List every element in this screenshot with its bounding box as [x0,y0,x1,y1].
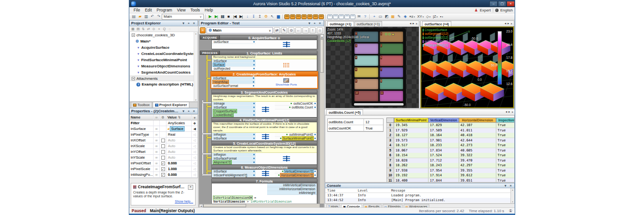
tree-item[interactable]: FindSurfaceMinimalPoint 1 [130,57,197,63]
pe-expand-icon[interactable]: ▦ [130,27,135,32]
pointer-icon[interactable]: ↖ [269,14,275,20]
block-header[interactable]: 4. FindSurfaceMinimalPoint[12] [212,118,317,122]
tree-item[interactable]: AcquireSurface 1 [130,44,197,51]
property-row[interactable]: inPixelOffset ∞ 0.000 ◁ [130,161,197,166]
port-row[interactable]: outSurfaceFormat [211,84,255,88]
overlay-toggle-icons[interactable] [385,33,395,35]
tree-item[interactable]: SegmentAndCountCookies 1 [130,69,197,75]
port-connect-icon[interactable]: ◆ [192,120,197,126]
output-row[interactable]: outMinimalPoint[] [275,133,317,137]
import-icon[interactable]: ↧ [250,14,256,20]
minimize-button[interactable]: – [489,1,498,7]
checkbox[interactable] [161,144,165,148]
block-header[interactable]: 6. MeasureObjectDimensions [212,165,317,170]
block-formula[interactable]: 7. Formula inMinVerticalDimensioninMinHo… [211,179,317,204]
preview-tab[interactable]: outSurface (+4) [422,21,451,26]
port-row[interactable]: outRejected [212,67,256,71]
point-button[interactable]: •▾ [439,14,444,20]
table-row[interactable]: 7 18.028 17.712 39.470 True [386,158,515,163]
tools-icon[interactable]: ⚙ [263,14,269,20]
table-row[interactable]: 3 19.573 17.901 42.644 True [386,138,515,143]
iterate-icon[interactable]: ▶| [213,14,219,20]
table-row[interactable]: 2 18.127 18.164 40.418 True [386,133,515,138]
tab-prev-icon[interactable]: ◂ [506,110,507,114]
port-connect-icon[interactable]: ◁ [192,138,197,143]
picker-icon[interactable]: ✎ [396,14,402,20]
block-header[interactable]: 3. SegmentAndCountCookies [212,90,317,95]
port-row[interactable]: inSurfaceFormat [212,157,256,161]
checkbox[interactable] [161,139,165,142]
port-row[interactable]: Alignment?[] [212,161,256,164]
port-connect-icon[interactable]: ◁ [192,161,197,166]
stop-icon[interactable]: ■ [226,14,231,20]
pin-icon[interactable]: ∘ [187,109,191,113]
formula-input-row[interactable]: inMinHeight [267,191,317,195]
chevron-down-icon[interactable]: ▾ [307,22,312,25]
menu-item[interactable]: Program [154,8,175,12]
port-connect-icon[interactable]: ◀ [192,126,197,131]
program-selector[interactable]: Main ∨ [162,14,204,20]
pe-find-icon[interactable]: ⊙ [288,27,294,33]
port-row[interactable]: inSurface [211,76,255,80]
step-back-icon[interactable]: |◀ [232,14,238,20]
block-header[interactable]: 1. CropSurface: Limits [212,51,317,55]
pe-sync-icon[interactable]: ⇄ [146,27,151,32]
close-icon[interactable]: × [188,185,193,190]
undo-icon[interactable]: ↶ [149,14,155,20]
pause-icon[interactable]: ▮▮ [219,14,225,20]
close-icon[interactable]: × [318,22,322,25]
property-row[interactable]: inSurface ∞ ▰Surface ◀ [130,126,197,132]
port-row[interactable]: CookieBlobs[] [212,113,256,117]
property-row[interactable]: Filter AnyScales ◆ [130,120,197,126]
port-row[interactable]: inSurface [212,137,256,140]
scrollbar[interactable]: ▴▾ [194,32,197,101]
port-row[interactable]: outSurface [212,40,256,44]
macro-list-icon[interactable]: ≡ [200,27,206,33]
output-row[interactable]: HorizontalDimension?[] [275,173,317,177]
port-connect-icon[interactable]: ◁ [192,155,197,160]
pin-icon[interactable]: ∘ [312,22,317,25]
program-canvas[interactable]: ACQUIRE PROCESS 0. AcquireSurface⚙ outSu… [199,34,324,207]
menu-item[interactable]: File [131,8,143,12]
port-connect-icon[interactable]: ◁ [192,149,197,154]
tree-item[interactable]: CreateLocalCoordinateSystem3D 1 [130,51,197,57]
port-row[interactable]: inSurface [212,170,256,173]
pe-collapse-icon[interactable]: ▤ [135,27,140,32]
language-selector[interactable]: English [500,8,513,12]
pe-clear-icon[interactable]: ◌ [167,27,172,32]
table-row[interactable]: 6 18.154 17.524 39.322 True [386,153,515,158]
chevron-down-icon[interactable]: ▾ [181,109,186,113]
collapse-icon[interactable] [132,77,135,80]
block-header[interactable]: 0. AcquireSurface⚙ [212,36,317,40]
mail-icon[interactable]: ✉ [356,14,362,20]
table-row[interactable]: 8 18.262 18.243 42.297 True [386,163,515,168]
layout-icon[interactable] [327,14,332,19]
block-acquiresurface[interactable]: 0. AcquireSurface⚙ outSurface [211,35,317,49]
pe-delete-icon[interactable]: × [156,27,161,32]
pe-sort-icon[interactable]: ⇅ [141,27,145,32]
property-row[interactable]: inXScale ∞ Auto ◁ [130,143,197,149]
tab-project-explorer[interactable]: Project Explorer [153,102,189,108]
run-icon[interactable]: ▶ [207,14,213,20]
zoom-rect-icon[interactable]: ▭ [377,14,383,20]
help-icon[interactable]: ? [362,14,368,20]
scrollbar[interactable]: ▴▾ [510,188,514,203]
title-bar[interactable]: Aurora Vision Studio 5.2 Professional (6… [129,0,515,7]
pe-edit-icon[interactable]: ✎ [281,27,287,33]
property-row[interactable]: inYOffset ∞ Auto ◁ [130,149,197,155]
close-icon[interactable]: × [192,22,196,25]
formula-input-row[interactable]: inMinHorizontalDimension [267,187,317,191]
cube-button[interactable]: ◇▾ [425,14,431,20]
layout-icon[interactable] [344,14,350,19]
xy-button[interactable]: XY▾ [416,14,425,20]
project-explorer-header[interactable]: Project Explorer ▾ ∘ × [129,20,198,26]
preview-window-icon[interactable] [296,14,301,19]
expert-mode-label[interactable]: Expert [480,8,491,12]
table-row[interactable]: 9 17.938 17.954 39.355 True [386,168,515,173]
console-row[interactable]: 13:44:52 Info [Main] Program initialized… [325,198,514,203]
pe-up-icon[interactable]: ↑ [310,27,316,33]
export-icon[interactable]: ↥ [257,14,262,20]
close-icon[interactable]: × [415,22,417,25]
menu-item[interactable]: Help [202,8,215,12]
surface-3d-viewport[interactable]: CroppedSurfaceoutSegment1[12]outSegment2… [421,27,514,108]
